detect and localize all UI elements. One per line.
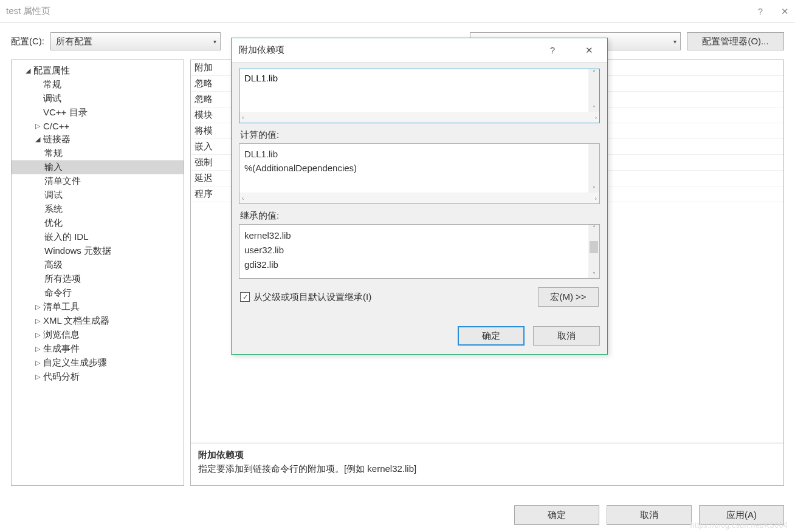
ok-button[interactable]: 确定 <box>514 505 599 525</box>
config-dropdown[interactable]: 所有配置 ▾ <box>50 32 221 50</box>
dialog-title-icons: ? ✕ <box>542 45 600 56</box>
tree-item[interactable]: 清单文件 <box>12 174 184 188</box>
tree-item[interactable]: ▷生成事件 <box>12 342 184 356</box>
inherited-value: user32.lib <box>244 243 583 257</box>
caret-right-icon: ▷ <box>33 359 42 367</box>
vertical-scrollbar[interactable]: ˄ ˅ <box>588 69 599 112</box>
caret-right-icon: ▷ <box>33 303 42 311</box>
inherit-row: ✓ 从父级或项目默认设置继承(I) 宏(M) >> <box>240 287 599 307</box>
vertical-scrollbar[interactable]: ˅ <box>588 144 599 193</box>
tree-item[interactable]: VC++ 目录 <box>12 106 184 120</box>
chevron-down-icon: ▾ <box>673 38 676 45</box>
caret-down-icon: ◢ <box>33 135 42 143</box>
inherited-label: 继承的值: <box>240 210 599 222</box>
titlebar-icons: ? ✕ <box>758 6 789 17</box>
inherited-content: kernel32.lib user32.lib gdi32.lib <box>239 225 588 278</box>
tree-item[interactable]: 命令行 <box>12 286 184 300</box>
inherited-value: kernel32.lib <box>244 228 583 243</box>
tree-item[interactable]: 系统 <box>12 202 184 216</box>
cancel-button[interactable]: 取消 <box>607 505 692 525</box>
scroll-down-icon: ˅ <box>593 105 596 112</box>
tree-item[interactable]: ▷清单工具 <box>12 300 184 314</box>
scroll-down-icon: ˅ <box>593 271 596 278</box>
dialog-body: ˄ ˅ ‹ › 计算的值: DLL1.lib %(AdditionalDepen… <box>232 63 607 321</box>
tree-item[interactable]: ▷自定义生成步骤 <box>12 356 184 370</box>
inherit-checkbox[interactable]: ✓ <box>240 292 250 302</box>
tree-item[interactable]: ▷XML 文档生成器 <box>12 314 184 328</box>
tree-root[interactable]: ◢配置属性 <box>12 64 184 78</box>
close-icon[interactable]: ✕ <box>781 6 789 17</box>
inherited-box: kernel32.lib user32.lib gdi32.lib ˄ ˅ <box>239 224 600 279</box>
additional-dependencies-dialog: 附加依赖项 ? ✕ ˄ ˅ ‹ › 计算的值: DLL1.lib %(Addit… <box>231 38 608 355</box>
tree-item[interactable]: 所有选项 <box>12 272 184 286</box>
window-title: test 属性页 <box>6 5 758 17</box>
tree-item[interactable]: ▷浏览信息 <box>12 328 184 342</box>
dialog-buttons: 确定 取消 <box>232 321 607 354</box>
dependencies-input[interactable] <box>239 69 588 112</box>
inherit-checkbox-label: 从父级或项目默认设置继承(I) <box>253 292 371 303</box>
description-box: 附加依赖项 指定要添加到链接命令行的附加项。[例如 kernel32.lib] <box>190 443 784 486</box>
inherited-value: gdi32.lib <box>244 257 583 272</box>
description-title: 附加依赖项 <box>198 449 776 461</box>
vertical-scrollbar[interactable]: ˄ ˅ <box>588 225 599 278</box>
computed-label: 计算的值: <box>240 129 599 141</box>
scroll-right-icon: › <box>595 114 597 121</box>
caret-right-icon: ▷ <box>33 317 42 325</box>
tree-item[interactable]: 嵌入的 IDL <box>12 230 184 244</box>
tree-item[interactable]: 高级 <box>12 258 184 272</box>
scroll-left-icon: ‹ <box>242 195 244 202</box>
scroll-left-icon: ‹ <box>242 114 244 121</box>
horizontal-scrollbar[interactable]: ‹ › <box>239 112 599 123</box>
help-icon[interactable]: ? <box>542 45 563 56</box>
tree-item[interactable]: ▷代码分析 <box>12 370 184 384</box>
caret-down-icon: ◢ <box>24 67 32 75</box>
tree-item-cpp[interactable]: ▷C/C++ <box>12 120 184 132</box>
tree-item[interactable]: 调试 <box>12 188 184 202</box>
tree-item[interactable]: 常规 <box>12 146 184 160</box>
watermark: https://blog.csdn.net/KS004 <box>690 521 788 530</box>
caret-right-icon: ▷ <box>33 345 42 353</box>
caret-right-icon: ▷ <box>33 122 42 130</box>
config-label: 配置(C): <box>11 36 44 47</box>
tree-item[interactable]: Windows 元数据 <box>12 244 184 258</box>
scroll-right-icon: › <box>595 195 597 202</box>
ok-button[interactable]: 确定 <box>458 326 525 346</box>
description-text: 指定要添加到链接命令行的附加项。[例如 kernel32.lib] <box>198 463 776 475</box>
help-icon[interactable]: ? <box>758 6 763 17</box>
dialog-title: 附加依赖项 <box>239 44 542 56</box>
chevron-down-icon: ▾ <box>213 38 216 45</box>
tree-item-selected[interactable]: 输入 <box>12 160 184 174</box>
computed-value: DLL1.lib <box>244 148 594 162</box>
dialog-titlebar[interactable]: 附加依赖项 ? ✕ <box>232 38 607 63</box>
config-manager-button[interactable]: 配置管理器(O)... <box>687 32 784 50</box>
horizontal-scrollbar[interactable]: ‹ › <box>239 193 599 203</box>
tree-item[interactable]: 调试 <box>12 92 184 106</box>
config-dropdown-value: 所有配置 <box>56 36 92 47</box>
scroll-thumb[interactable] <box>590 241 598 253</box>
computed-box: DLL1.lib %(AdditionalDependencies) ˅ ‹ › <box>239 143 600 204</box>
caret-right-icon: ▷ <box>33 373 42 381</box>
caret-right-icon: ▷ <box>33 331 42 339</box>
tree-item[interactable]: 优化 <box>12 216 184 230</box>
scroll-up-icon: ˄ <box>593 69 596 76</box>
close-icon[interactable]: ✕ <box>578 45 600 56</box>
computed-value: %(AdditionalDependencies) <box>244 162 594 176</box>
edit-box: ˄ ˅ ‹ › <box>239 69 600 123</box>
cancel-button[interactable]: 取消 <box>533 326 600 346</box>
tree-item[interactable]: 常规 <box>12 78 184 92</box>
tree-item-linker[interactable]: ◢链接器 <box>12 132 184 146</box>
scroll-down-icon: ˅ <box>593 186 596 193</box>
tree-panel[interactable]: ◢配置属性 常规 调试 VC++ 目录 ▷C/C++ ◢链接器 常规 输入 清单… <box>11 60 184 486</box>
macro-button[interactable]: 宏(M) >> <box>538 287 599 307</box>
scroll-up-icon: ˄ <box>593 225 596 231</box>
main-titlebar: test 属性页 ? ✕ <box>0 0 795 23</box>
computed-content: DLL1.lib %(AdditionalDependencies) <box>239 144 599 193</box>
